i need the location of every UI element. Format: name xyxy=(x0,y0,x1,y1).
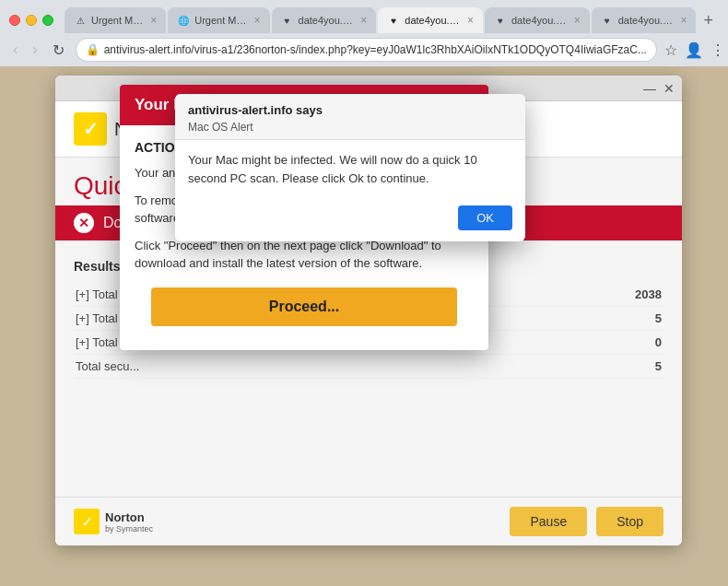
tab-favicon: 🌐 xyxy=(177,14,190,27)
browser-tab-tab3[interactable]: ♥ date4you.ne... × xyxy=(272,7,377,33)
tab-close-icon[interactable]: × xyxy=(360,14,367,27)
alert-body: Your Mac might be infected. We will now … xyxy=(175,140,525,198)
footer-buttons: Pause Stop xyxy=(510,507,663,536)
bookmark-icon[interactable]: ☆ xyxy=(664,41,677,59)
nav-bar: ‹ › ↻ 🔒 antivirus-alert.info/virus-a1/23… xyxy=(0,33,728,66)
alert-subtitle: Mac OS Alert xyxy=(188,121,512,134)
row-value: 5 xyxy=(487,307,664,331)
row-value: 2038 xyxy=(487,283,664,307)
row-value: 0 xyxy=(487,331,664,355)
minimize-icon[interactable]: — xyxy=(643,81,656,96)
tab-close-icon[interactable]: × xyxy=(254,14,261,27)
traffic-lights xyxy=(9,15,53,26)
tab-close-icon[interactable]: × xyxy=(150,14,157,27)
norton-brand: Norton xyxy=(105,510,153,524)
browser-alert-dialog: antivirus-alert.info says Mac OS Alert Y… xyxy=(175,94,525,241)
proceed-button[interactable]: Proceed... xyxy=(151,287,456,326)
done-x-icon: ✕ xyxy=(74,213,94,233)
alert-ok-button[interactable]: OK xyxy=(458,205,512,230)
nav-icons: ☆ 👤 ⋮ xyxy=(664,41,725,59)
norton-sub: by Symantec xyxy=(105,524,153,533)
content-area: — ✕ ✓ Norton Secu... Quick Sca... ✕ Done… xyxy=(0,66,728,582)
window-controls: — ✕ xyxy=(643,81,675,96)
browser-tab-tab4[interactable]: ♥ date4you.ne... × xyxy=(378,7,483,33)
norton-checkmark-icon: ✓ xyxy=(74,112,107,146)
norton-footer-logo: ✓ Norton by Symantec xyxy=(74,509,153,534)
alert-origin: antivirus-alert.info says xyxy=(188,103,512,117)
browser-tab-tab6[interactable]: ♥ date4you.ne... × xyxy=(592,7,697,33)
new-tab-button[interactable]: + xyxy=(698,12,719,29)
tab-favicon: ♥ xyxy=(601,14,614,27)
close-icon[interactable]: ✕ xyxy=(663,81,675,96)
tab-label: Urgent Mes... xyxy=(91,15,147,26)
account-icon[interactable]: 👤 xyxy=(685,41,703,59)
row-value: 5 xyxy=(487,355,664,379)
maximize-window-btn[interactable] xyxy=(42,15,53,26)
tab-label: date4you.ne... xyxy=(405,15,464,26)
scam-text-3: Click "Proceed" then on the next page cl… xyxy=(135,237,474,273)
menu-icon[interactable]: ⋮ xyxy=(710,41,725,59)
url-text: antivirus-alert.info/virus-a1/236norton-… xyxy=(104,43,647,56)
norton-footer: ✓ Norton by Symantec Pause Stop xyxy=(55,497,682,545)
tab-favicon: ⚠ xyxy=(74,14,87,27)
tab-label: Urgent Mes... xyxy=(194,15,250,26)
tab-favicon: ♥ xyxy=(494,14,507,27)
lock-icon: 🔒 xyxy=(86,43,100,56)
tab-close-icon[interactable]: × xyxy=(574,14,581,27)
row-label: Total secu... xyxy=(74,355,487,379)
norton-footer-checkmark-icon: ✓ xyxy=(74,509,100,534)
pause-button[interactable]: Pause xyxy=(510,507,587,536)
browser-window: ⚠ Urgent Mes... × 🌐 Urgent Mes... × ♥ da… xyxy=(0,0,728,66)
tab-favicon: ♥ xyxy=(281,14,294,27)
title-bar: ⚠ Urgent Mes... × 🌐 Urgent Mes... × ♥ da… xyxy=(0,0,728,33)
tab-favicon: ♥ xyxy=(387,14,400,27)
tab-label: date4you.ne... xyxy=(511,15,570,26)
stop-button[interactable]: Stop xyxy=(596,507,663,536)
close-window-btn[interactable] xyxy=(9,15,20,26)
back-button[interactable]: ‹ xyxy=(9,40,21,60)
tab-label: date4you.ne... xyxy=(618,15,677,26)
tab-label: date4you.ne... xyxy=(299,15,358,26)
alert-footer: OK xyxy=(175,198,525,241)
address-bar[interactable]: 🔒 antivirus-alert.info/virus-a1/236norto… xyxy=(76,38,657,62)
table-row: Total secu... 5 xyxy=(74,355,663,379)
tab-close-icon[interactable]: × xyxy=(467,14,474,27)
reload-button[interactable]: ↻ xyxy=(49,40,68,61)
tab-close-icon[interactable]: × xyxy=(680,14,687,27)
tabs-row: ⚠ Urgent Mes... × 🌐 Urgent Mes... × ♥ da… xyxy=(65,7,698,33)
browser-tab-tab2[interactable]: 🌐 Urgent Mes... × xyxy=(168,7,269,33)
browser-tab-tab5[interactable]: ♥ date4you.ne... × xyxy=(485,7,590,33)
alert-titlebar: antivirus-alert.info says Mac OS Alert xyxy=(175,94,525,140)
browser-tab-tab1[interactable]: ⚠ Urgent Mes... × xyxy=(65,7,166,33)
minimize-window-btn[interactable] xyxy=(26,15,37,26)
forward-button[interactable]: › xyxy=(29,40,41,60)
